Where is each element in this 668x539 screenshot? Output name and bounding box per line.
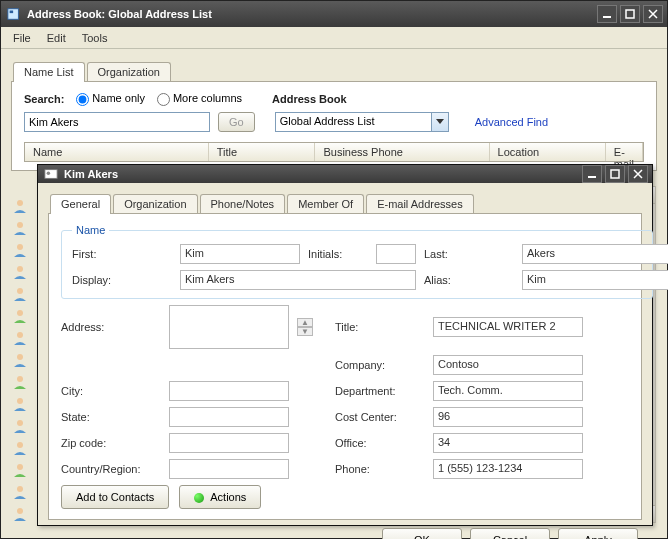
svg-point-6 (17, 244, 23, 250)
person-icon (12, 242, 28, 258)
svg-rect-21 (588, 176, 596, 178)
svg-point-9 (17, 310, 23, 316)
svg-point-10 (17, 332, 23, 338)
maximize-button[interactable] (620, 5, 640, 23)
col-location[interactable]: Location (490, 143, 606, 161)
address-book-label: Address Book (272, 93, 347, 105)
menu-edit[interactable]: Edit (39, 29, 74, 47)
ok-button[interactable]: OK (382, 528, 462, 539)
tab-email-addresses[interactable]: E-mail Addresses (366, 194, 474, 214)
close-button[interactable] (643, 5, 663, 23)
svg-point-11 (17, 354, 23, 360)
radio-name-only[interactable] (76, 93, 89, 106)
search-input[interactable] (24, 112, 210, 132)
zip-label: Zip code: (61, 437, 161, 449)
advanced-find-link[interactable]: Advanced Find (475, 116, 548, 128)
zip-field[interactable] (169, 433, 289, 453)
svg-point-5 (17, 222, 23, 228)
name-groupbox: Name First: Kim Initials: Last: Akers Di… (61, 224, 653, 299)
address-spin[interactable]: ▲▼ (297, 318, 313, 336)
state-field[interactable] (169, 407, 289, 427)
col-business-phone[interactable]: Business Phone (315, 143, 489, 161)
spin-down-icon[interactable]: ▼ (297, 327, 313, 336)
main-panel: Search: Name only More columns Address B… (11, 81, 657, 171)
person-icon (12, 418, 28, 434)
dialog-title: Kim Akers (64, 168, 118, 180)
contact-icon-strip (12, 198, 32, 522)
last-field[interactable]: Akers (522, 244, 668, 264)
col-email[interactable]: E-mail (606, 143, 643, 161)
minimize-button[interactable] (597, 5, 617, 23)
apply-button[interactable]: Apply (558, 528, 638, 539)
initials-field[interactable] (376, 244, 416, 264)
phone-field[interactable]: 1 (555) 123-1234 (433, 459, 583, 479)
department-field[interactable]: Tech. Comm. (433, 381, 583, 401)
address-field[interactable] (169, 305, 289, 349)
window-title: Address Book: Global Address List (27, 8, 212, 20)
app-window: Address Book: Global Address List File E… (0, 0, 668, 539)
person-icon (12, 308, 28, 324)
address-book-icon (7, 7, 21, 21)
dialog-maximize-button[interactable] (605, 165, 625, 183)
general-panel: Name First: Kim Initials: Last: Akers Di… (48, 213, 642, 520)
costcenter-label: Cost Center: (335, 411, 425, 423)
person-icon (12, 198, 28, 214)
main-tabstrip: Name List Organization (13, 59, 657, 81)
company-field[interactable]: Contoso (433, 355, 583, 375)
svg-point-20 (47, 171, 51, 175)
tab-name-list[interactable]: Name List (13, 62, 85, 82)
radio-name-only-label[interactable]: Name only (70, 92, 145, 106)
title-field[interactable]: TECHNICAL WRITER 2 (433, 317, 583, 337)
svg-point-8 (17, 288, 23, 294)
address-book-combo[interactable]: Global Address List (275, 112, 449, 132)
spin-up-icon[interactable]: ▲ (297, 318, 313, 327)
svg-rect-1 (10, 11, 14, 14)
display-label: Display: (72, 274, 172, 286)
radio-more-columns[interactable] (157, 93, 170, 106)
office-field[interactable]: 34 (433, 433, 583, 453)
tab-organization[interactable]: Organization (113, 194, 197, 214)
dialog-footer: OK Cancel Apply (48, 520, 642, 539)
initials-label: Initials: (308, 248, 368, 260)
person-icon (12, 506, 28, 522)
add-to-contacts-button[interactable]: Add to Contacts (61, 485, 169, 509)
radio-more-columns-label[interactable]: More columns (151, 92, 242, 106)
tab-general[interactable]: General (50, 194, 111, 214)
tab-phone-notes[interactable]: Phone/Notes (200, 194, 286, 214)
city-field[interactable] (169, 381, 289, 401)
svg-point-4 (17, 200, 23, 206)
go-button[interactable]: Go (218, 112, 255, 132)
svg-point-7 (17, 266, 23, 272)
address-label: Address: (61, 321, 161, 333)
col-name[interactable]: Name (25, 143, 209, 161)
actions-button[interactable]: Actions (179, 485, 261, 509)
costcenter-field[interactable]: 96 (433, 407, 583, 427)
person-icon (12, 352, 28, 368)
svg-point-17 (17, 486, 23, 492)
svg-point-12 (17, 376, 23, 382)
dialog-client: General Organization Phone/Notes Member … (38, 183, 652, 539)
col-title[interactable]: Title (209, 143, 316, 161)
svg-point-14 (17, 420, 23, 426)
first-field[interactable]: Kim (180, 244, 300, 264)
tab-organization[interactable]: Organization (87, 62, 171, 82)
city-label: City: (61, 385, 161, 397)
chevron-down-icon[interactable] (431, 112, 449, 132)
results-header: Name Title Business Phone Location E-mai… (24, 142, 644, 162)
person-icon (12, 484, 28, 500)
alias-field[interactable]: Kim (522, 270, 668, 290)
menu-file[interactable]: File (5, 29, 39, 47)
svg-rect-2 (603, 16, 611, 18)
menu-tools[interactable]: Tools (74, 29, 116, 47)
dialog-titlebar: Kim Akers (38, 165, 652, 183)
last-label: Last: (424, 248, 514, 260)
cancel-button[interactable]: Cancel (470, 528, 550, 539)
dialog-minimize-button[interactable] (582, 165, 602, 183)
country-field[interactable] (169, 459, 289, 479)
person-icon (12, 374, 28, 390)
dialog-tabstrip: General Organization Phone/Notes Member … (50, 191, 642, 213)
display-field[interactable]: Kim Akers (180, 270, 416, 290)
tab-member-of[interactable]: Member Of (287, 194, 364, 214)
dialog-close-button[interactable] (628, 165, 648, 183)
svg-point-16 (17, 464, 23, 470)
